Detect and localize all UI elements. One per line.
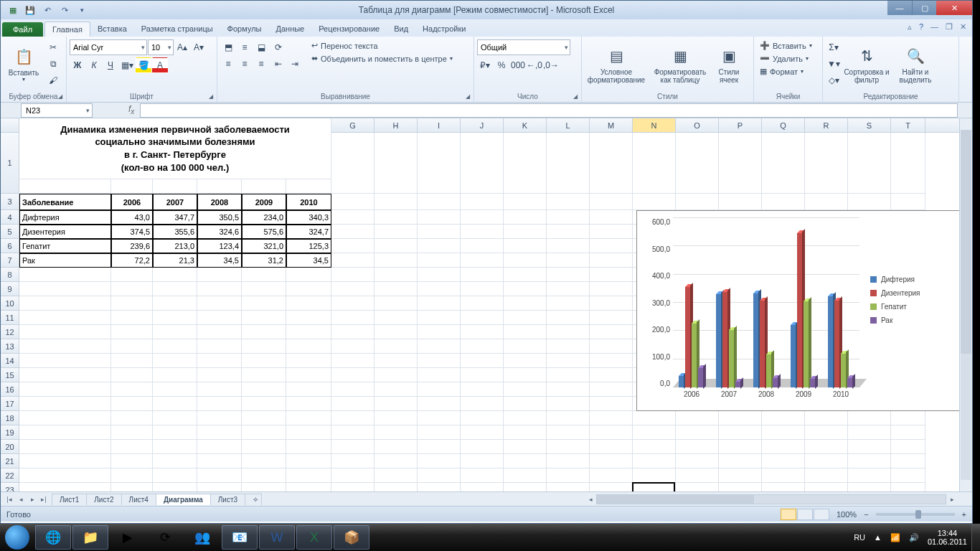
cell[interactable]: 347,7 <box>153 210 197 225</box>
cell[interactable] <box>461 483 504 491</box>
cell[interactable] <box>719 454 762 468</box>
cell[interactable] <box>504 468 547 483</box>
paste-button[interactable]: 📋 Вставить ▾ <box>4 39 44 90</box>
increase-indent-icon[interactable]: ⇥ <box>287 56 303 72</box>
cell[interactable] <box>633 411 676 425</box>
cell[interactable] <box>286 425 331 440</box>
cell[interactable] <box>197 440 242 454</box>
cell[interactable] <box>242 354 286 368</box>
cell[interactable] <box>805 425 848 440</box>
cell[interactable] <box>374 282 418 296</box>
ribbon-tab-7[interactable]: Надстройки <box>415 22 473 37</box>
cell[interactable] <box>153 368 197 382</box>
cell[interactable] <box>504 311 547 325</box>
cell[interactable] <box>848 411 891 425</box>
cell[interactable] <box>374 397 418 411</box>
border-icon[interactable]: ▦▾ <box>119 57 135 73</box>
cell[interactable] <box>242 368 286 382</box>
cell[interactable] <box>633 468 676 483</box>
cell[interactable] <box>805 411 848 425</box>
cell[interactable] <box>547 411 590 425</box>
cell[interactable] <box>19 311 111 325</box>
cell[interactable] <box>19 268 111 282</box>
cell[interactable] <box>111 282 153 296</box>
row-header[interactable]: 5 <box>1 225 19 239</box>
cell[interactable] <box>111 454 153 468</box>
tab-last-icon[interactable]: ▸| <box>38 494 50 505</box>
cell[interactable] <box>286 296 331 311</box>
cell[interactable] <box>331 282 374 296</box>
cell[interactable]: 324,6 <box>197 225 242 239</box>
cell[interactable] <box>242 282 286 296</box>
row-header[interactable]: 21 <box>1 454 19 468</box>
cell[interactable] <box>547 339 590 354</box>
column-header[interactable]: N <box>633 118 676 132</box>
sheet-tab[interactable]: Лист3 <box>210 494 245 505</box>
delete-cells-button[interactable]: ➖Удалить▾ <box>757 52 811 65</box>
cell[interactable] <box>111 411 153 425</box>
cell[interactable] <box>19 411 111 425</box>
cell[interactable]: 321,0 <box>242 239 286 253</box>
cell[interactable] <box>242 382 286 397</box>
cell[interactable]: 34,5 <box>197 253 242 268</box>
cell[interactable] <box>461 311 504 325</box>
format-as-table-button[interactable]: ▦Форматировать как таблицу <box>649 39 711 90</box>
column-header[interactable]: R <box>805 118 848 132</box>
cell[interactable] <box>547 368 590 382</box>
cell[interactable] <box>286 483 331 491</box>
horizontal-scrollbar[interactable]: ◂ ▸ <box>585 494 958 505</box>
row-header[interactable]: 4 <box>1 210 19 225</box>
cell[interactable] <box>286 354 331 368</box>
cell[interactable] <box>590 210 633 225</box>
font-name-combo[interactable]: Arial Cyr <box>70 39 147 55</box>
cell[interactable] <box>153 339 197 354</box>
cell[interactable] <box>547 483 590 491</box>
cell[interactable] <box>331 239 374 253</box>
select-all-corner[interactable] <box>1 118 19 132</box>
file-tab[interactable]: Файл <box>2 22 43 37</box>
cell[interactable] <box>848 483 891 491</box>
cell[interactable] <box>504 411 547 425</box>
close-button[interactable]: ✕ <box>936 1 972 15</box>
cell[interactable] <box>547 133 590 194</box>
cell[interactable] <box>547 296 590 311</box>
cell[interactable]: 340,3 <box>286 210 331 225</box>
cell[interactable] <box>762 411 805 425</box>
ribbon-tab-0[interactable]: Главная <box>44 22 90 37</box>
taskbar-ie-icon[interactable]: 🌐 <box>35 525 71 550</box>
maximize-button[interactable]: ▢ <box>912 1 936 15</box>
cell[interactable] <box>418 382 461 397</box>
cell[interactable]: 350,5 <box>197 210 242 225</box>
cell[interactable] <box>111 311 153 325</box>
cell[interactable]: 2006 <box>111 194 153 210</box>
cell[interactable] <box>418 411 461 425</box>
cell[interactable] <box>504 325 547 339</box>
cell[interactable] <box>418 468 461 483</box>
cell[interactable] <box>153 483 197 491</box>
cell[interactable] <box>504 339 547 354</box>
cell[interactable] <box>197 368 242 382</box>
cell[interactable] <box>418 454 461 468</box>
taskbar-app-icon[interactable]: 👥 <box>184 525 220 550</box>
cell[interactable] <box>374 253 418 268</box>
cell[interactable] <box>111 325 153 339</box>
currency-icon[interactable]: ₽▾ <box>477 57 493 73</box>
cell[interactable] <box>504 253 547 268</box>
cell[interactable] <box>504 225 547 239</box>
cell[interactable] <box>331 468 374 483</box>
cell[interactable] <box>805 454 848 468</box>
row-header[interactable]: 18 <box>1 411 19 425</box>
cell[interactable]: 123,4 <box>197 239 242 253</box>
cell[interactable] <box>242 311 286 325</box>
grow-font-icon[interactable]: A▴ <box>174 39 190 55</box>
scroll-right-icon[interactable]: ▸ <box>946 494 958 505</box>
cell[interactable] <box>19 296 111 311</box>
cell[interactable] <box>547 354 590 368</box>
cell[interactable]: 43,0 <box>111 210 153 225</box>
cell[interactable] <box>590 282 633 296</box>
cell[interactable] <box>590 454 633 468</box>
cell[interactable] <box>331 194 374 210</box>
cell[interactable] <box>374 311 418 325</box>
cell[interactable] <box>461 425 504 440</box>
cell[interactable] <box>461 382 504 397</box>
